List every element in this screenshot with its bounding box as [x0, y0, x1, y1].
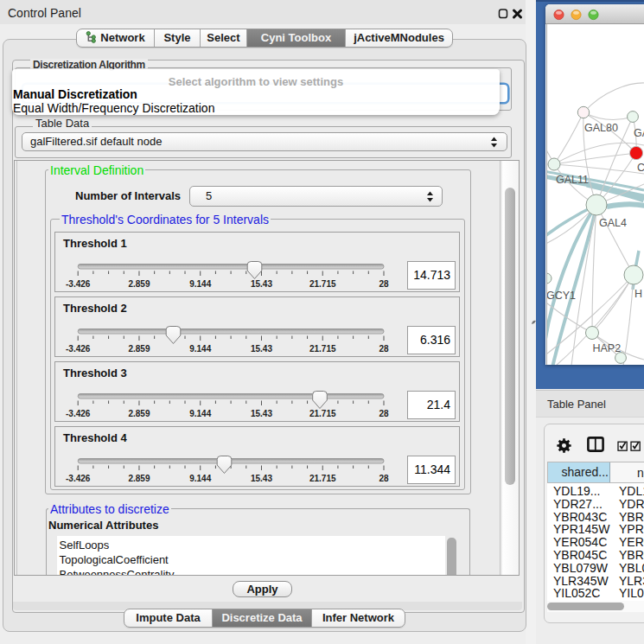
svg-text:9.144: 9.144 — [189, 409, 211, 418]
svg-text:21.715: 21.715 — [309, 474, 336, 483]
svg-text:GAL80: GAL80 — [584, 122, 618, 134]
svg-text:9.144: 9.144 — [189, 279, 211, 289]
svg-text:H: H — [634, 288, 642, 300]
svg-text:28: 28 — [379, 474, 389, 483]
svg-text:2.859: 2.859 — [128, 474, 150, 483]
svg-text:9.144: 9.144 — [189, 474, 211, 483]
svg-text:GAL11: GAL11 — [556, 174, 589, 186]
svg-text:28: 28 — [379, 409, 389, 418]
svg-text:15.43: 15.43 — [251, 344, 272, 354]
svg-text:2.859: 2.859 — [128, 344, 150, 354]
svg-text:C: C — [637, 162, 644, 174]
svg-text:GA: GA — [634, 127, 644, 139]
svg-text:28: 28 — [379, 279, 389, 289]
svg-text:9.144: 9.144 — [189, 344, 211, 354]
svg-text:21.715: 21.715 — [309, 409, 336, 418]
svg-text:GAL4: GAL4 — [599, 217, 627, 229]
svg-text:2.859: 2.859 — [128, 409, 150, 418]
svg-text:HAP2: HAP2 — [593, 342, 622, 354]
svg-text:2.859: 2.859 — [128, 279, 150, 289]
svg-text:-3.426: -3.426 — [66, 344, 91, 354]
svg-text:15.43: 15.43 — [251, 279, 272, 289]
svg-text:GCY1: GCY1 — [547, 290, 576, 302]
svg-text:-3.426: -3.426 — [66, 474, 91, 483]
svg-text:21.715: 21.715 — [309, 279, 336, 289]
svg-text:15.43: 15.43 — [251, 474, 272, 483]
svg-text:-3.426: -3.426 — [66, 409, 91, 418]
svg-text:-3.426: -3.426 — [66, 279, 91, 289]
svg-text:28: 28 — [379, 344, 389, 354]
svg-text:15.43: 15.43 — [251, 409, 272, 418]
svg-text:21.715: 21.715 — [309, 344, 336, 354]
